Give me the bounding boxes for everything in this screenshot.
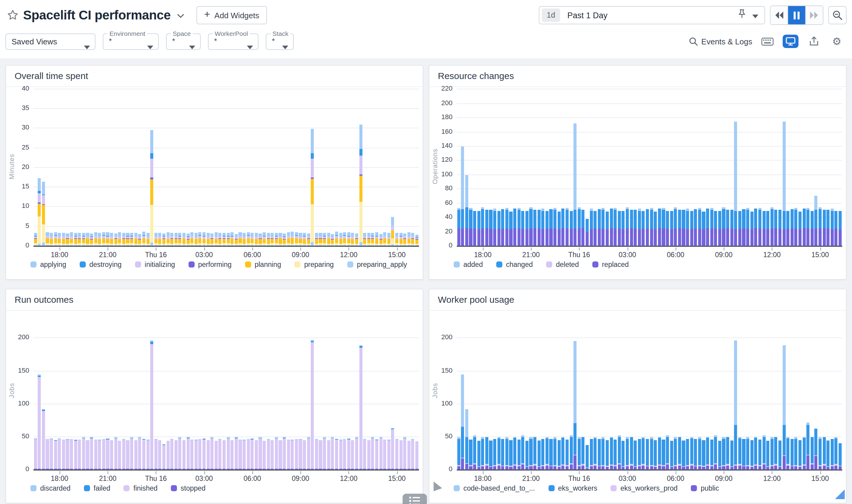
- legend-item[interactable]: eks_workers: [548, 485, 597, 492]
- bar[interactable]: [375, 232, 378, 246]
- bar[interactable]: [562, 209, 565, 246]
- bar[interactable]: [485, 210, 488, 246]
- filter-space[interactable]: Space *: [166, 33, 201, 50]
- bar[interactable]: [102, 233, 105, 246]
- bar[interactable]: [38, 374, 41, 469]
- bar[interactable]: [363, 439, 366, 469]
- bar[interactable]: [593, 211, 597, 246]
- legend-item[interactable]: preparing_apply: [347, 261, 407, 268]
- bar[interactable]: [227, 437, 230, 469]
- bar[interactable]: [162, 445, 165, 469]
- bar[interactable]: [662, 439, 665, 469]
- bar[interactable]: [646, 439, 649, 469]
- bar[interactable]: [70, 233, 73, 246]
- bar[interactable]: [670, 441, 673, 469]
- bar[interactable]: [219, 233, 222, 246]
- bar[interactable]: [666, 435, 669, 469]
- bar[interactable]: [658, 437, 661, 469]
- bar[interactable]: [606, 440, 609, 469]
- bar[interactable]: [407, 233, 410, 246]
- bar[interactable]: [461, 375, 464, 469]
- bar[interactable]: [755, 437, 758, 469]
- bar[interactable]: [742, 210, 745, 246]
- bar[interactable]: [497, 211, 500, 246]
- bar[interactable]: [74, 440, 77, 469]
- bar[interactable]: [178, 233, 181, 246]
- bar[interactable]: [182, 440, 185, 469]
- bar[interactable]: [415, 442, 419, 469]
- bar[interactable]: [166, 233, 170, 246]
- bar[interactable]: [549, 210, 552, 246]
- bar[interactable]: [215, 441, 218, 469]
- bar[interactable]: [355, 234, 358, 246]
- bar[interactable]: [662, 208, 665, 246]
- add-widgets-button[interactable]: + Add Widgets: [196, 6, 267, 24]
- bar[interactable]: [174, 440, 177, 469]
- bar[interactable]: [682, 210, 685, 246]
- bar[interactable]: [778, 440, 781, 469]
- bar[interactable]: [335, 439, 338, 469]
- bar[interactable]: [243, 233, 246, 246]
- bar[interactable]: [82, 233, 85, 246]
- bar[interactable]: [122, 439, 125, 469]
- legend-item[interactable]: code-based_end_to_...: [454, 485, 535, 492]
- bar[interactable]: [569, 211, 572, 246]
- bar[interactable]: [170, 233, 173, 246]
- bar[interactable]: [517, 439, 520, 469]
- chart-plot-area[interactable]: [33, 88, 419, 247]
- bar[interactable]: [195, 439, 198, 469]
- bar[interactable]: [782, 122, 785, 246]
- bar[interactable]: [654, 212, 657, 246]
- bar[interactable]: [319, 440, 322, 469]
- bar[interactable]: [195, 233, 198, 246]
- bar[interactable]: [54, 232, 57, 246]
- bar[interactable]: [138, 234, 141, 246]
- bar[interactable]: [118, 441, 121, 469]
- bar[interactable]: [537, 210, 540, 246]
- bar[interactable]: [335, 232, 338, 246]
- bar[interactable]: [42, 182, 45, 246]
- bar[interactable]: [542, 209, 545, 246]
- bar[interactable]: [798, 212, 801, 246]
- bar[interactable]: [359, 345, 362, 469]
- bar[interactable]: [726, 210, 729, 246]
- bar[interactable]: [371, 437, 374, 469]
- bar[interactable]: [642, 437, 645, 469]
- bar[interactable]: [263, 232, 266, 246]
- bar[interactable]: [485, 437, 488, 469]
- bar[interactable]: [399, 440, 402, 469]
- bar[interactable]: [395, 233, 398, 246]
- bar[interactable]: [811, 437, 814, 469]
- bar[interactable]: [706, 209, 709, 246]
- bar[interactable]: [578, 207, 581, 246]
- bar[interactable]: [46, 232, 49, 246]
- bar[interactable]: [566, 208, 569, 246]
- bar[interactable]: [351, 440, 354, 469]
- bar[interactable]: [630, 437, 633, 469]
- bar[interactable]: [379, 437, 382, 469]
- bar[interactable]: [686, 209, 689, 246]
- bar[interactable]: [106, 233, 109, 246]
- bar[interactable]: [835, 211, 838, 246]
- bar[interactable]: [786, 211, 789, 246]
- bar[interactable]: [275, 437, 278, 469]
- bar[interactable]: [303, 440, 306, 469]
- bar[interactable]: [230, 232, 233, 246]
- bar[interactable]: [513, 209, 516, 246]
- bar[interactable]: [762, 211, 765, 246]
- bar[interactable]: [239, 439, 242, 469]
- legend-item[interactable]: finished: [124, 485, 158, 492]
- bar[interactable]: [746, 437, 749, 469]
- bar[interactable]: [178, 437, 181, 469]
- bar[interactable]: [533, 210, 536, 246]
- bar[interactable]: [795, 208, 798, 246]
- bar[interactable]: [170, 439, 173, 469]
- bar[interactable]: [469, 439, 472, 469]
- bar[interactable]: [598, 210, 601, 246]
- bar[interactable]: [210, 234, 213, 246]
- bar[interactable]: [142, 439, 145, 469]
- bar[interactable]: [473, 435, 476, 469]
- bar[interactable]: [718, 211, 721, 246]
- bar[interactable]: [70, 439, 73, 469]
- bar[interactable]: [202, 233, 206, 246]
